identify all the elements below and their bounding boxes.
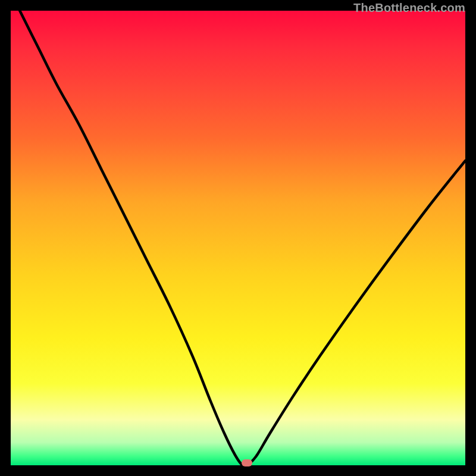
chart-plot-area (11, 11, 465, 465)
chart-frame: TheBottleneck.com (0, 0, 476, 476)
bottleneck-curve (11, 11, 465, 465)
optimal-point-marker (242, 459, 252, 466)
watermark-text: TheBottleneck.com (353, 1, 465, 15)
